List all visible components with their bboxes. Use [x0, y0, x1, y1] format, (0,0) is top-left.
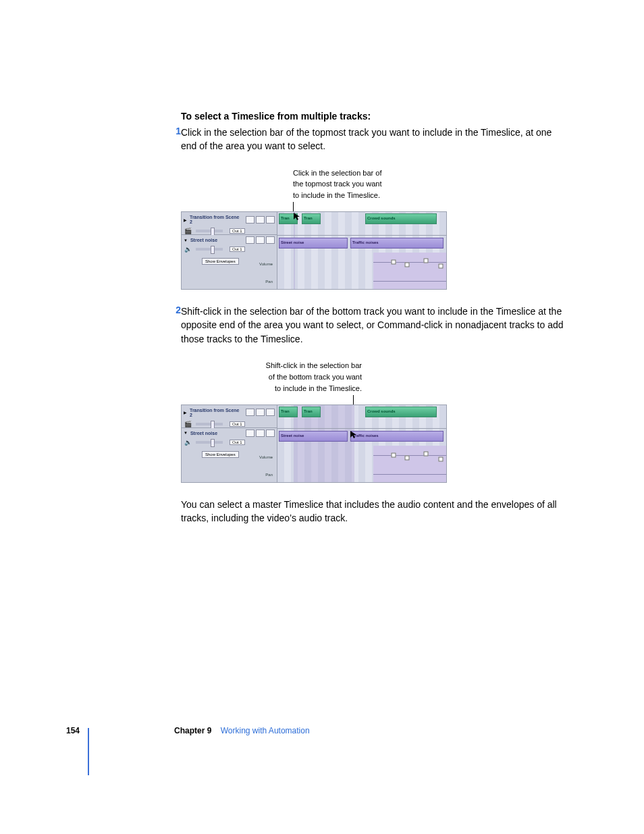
closing-paragraph: You can select a master Timeslice that i… — [181, 498, 566, 525]
chapter-label: Chapter 9 — [174, 726, 211, 735]
solo-button[interactable] — [266, 409, 275, 416]
record-button-2[interactable] — [246, 236, 254, 244]
mute-button-2[interactable] — [256, 429, 265, 437]
solo-button-2[interactable] — [266, 236, 275, 244]
pan-label-2: Pan — [265, 473, 273, 477]
record-button[interactable] — [246, 409, 254, 416]
camera-icon: 🎬 — [184, 421, 192, 427]
track2-name-2: Street noise — [188, 429, 244, 437]
envelope-lane — [373, 253, 446, 289]
page-number: 154 — [66, 726, 80, 735]
figure-1: Click in the selection bar of the topmos… — [181, 168, 446, 290]
solo-button-2[interactable] — [266, 429, 275, 437]
track1-header: ▶ Transition from Scene 2 🎬 Out 1 — [182, 212, 277, 235]
track2-name: Street noise — [188, 236, 244, 244]
clip-d2: Street noise — [281, 434, 304, 438]
record-button[interactable] — [246, 216, 254, 224]
content-column: To select a Timeslice from multiple trac… — [181, 111, 566, 534]
margin-rule — [88, 728, 89, 775]
step-text: Click in the selection bar of the topmos… — [181, 126, 566, 153]
step-2: 2 Shift-click in the selection bar of th… — [181, 305, 566, 346]
pan-label: Pan — [265, 280, 273, 284]
figure-2: Shift-click in the selection bar of the … — [181, 361, 446, 483]
show-envelopes-button-2[interactable]: Show Envelopes — [202, 451, 239, 458]
envelope-lane-2 — [373, 446, 446, 482]
volume-slider-2[interactable] — [196, 248, 223, 251]
track1-name-2: Transition from Scene 2 — [187, 407, 244, 419]
clip-b2: Tran — [304, 409, 313, 413]
page: To select a Timeslice from multiple trac… — [0, 0, 644, 834]
clip-d: Street noise — [281, 240, 304, 244]
figure1-tracks: Tran Tran Crowd sounds Street noise Traf… — [181, 211, 447, 290]
clip-e: Traffic noises — [352, 240, 379, 244]
figure2-callout-line3: to include in the Timeslice. — [275, 384, 362, 394]
page-footer: 154 Chapter 9 Working with Automation — [66, 726, 310, 735]
timeline-area: Tran Tran Crowd sounds Street noise Traf… — [277, 212, 446, 289]
step-1: 1 Click in the selection bar of the topm… — [181, 126, 566, 153]
speaker-icon: 🔈 — [184, 439, 192, 446]
section-heading: To select a Timeslice from multiple trac… — [181, 111, 566, 122]
mute-button-2[interactable] — [256, 236, 265, 244]
cursor-icon — [294, 213, 300, 221]
record-button-2[interactable] — [246, 429, 254, 437]
output-select-2[interactable]: Out 1 — [230, 246, 245, 252]
volume-label: Volume — [259, 262, 273, 266]
figure1-callout-line2: the topmost track you want — [293, 179, 381, 189]
speaker-icon: 🔈 — [184, 246, 192, 253]
output-select[interactable]: Out 1 — [230, 228, 245, 234]
track2-header-2: ▼ Street noise 🔈 Out 1 Show Envelopes Vo… — [182, 428, 277, 482]
clip-b: Tran — [304, 216, 313, 220]
track2-header: ▼ Street noise 🔈 Out 1 Show Envelopes Vo… — [182, 235, 277, 289]
cursor-icon — [350, 431, 357, 439]
figure1-callout-line1: Click in the selection bar of — [293, 168, 381, 178]
figure2-tracks: Tran Tran Crowd sounds Street noise Traf… — [181, 405, 447, 483]
show-envelopes-button[interactable]: Show Envelopes — [202, 258, 239, 265]
clip-c2: Crowd sounds — [367, 409, 396, 413]
volume-label-2: Volume — [259, 455, 273, 459]
output-select[interactable]: Out 1 — [230, 421, 245, 427]
volume-slider-2[interactable] — [196, 441, 223, 444]
clip-a2: Tran — [281, 409, 290, 413]
figure1-callout-line3: to include in the Timeslice. — [293, 190, 380, 201]
step-text: Shift-click in the selection bar of the … — [181, 305, 566, 346]
mute-button[interactable] — [256, 216, 265, 224]
track1-header-2: ▶ Transition from Scene 2 🎬 Out 1 — [182, 405, 277, 428]
track1-name: Transition from Scene 2 — [187, 213, 244, 226]
clip-a: Tran — [281, 216, 290, 220]
output-select-2[interactable]: Out 1 — [230, 440, 245, 445]
timeline-area-2: Tran Tran Crowd sounds Street noise Traf… — [277, 405, 446, 482]
camera-icon: 🎬 — [184, 228, 192, 234]
solo-button[interactable] — [266, 216, 275, 224]
chapter-title: Working with Automation — [221, 726, 310, 735]
mute-button[interactable] — [256, 409, 265, 416]
figure2-callout-line1: Shift-click in the selection bar — [266, 361, 362, 371]
clip-c: Crowd sounds — [367, 216, 396, 220]
volume-slider[interactable] — [196, 423, 223, 425]
figure2-callout-line2: of the bottom track you want — [269, 372, 362, 382]
volume-slider[interactable] — [196, 230, 223, 232]
